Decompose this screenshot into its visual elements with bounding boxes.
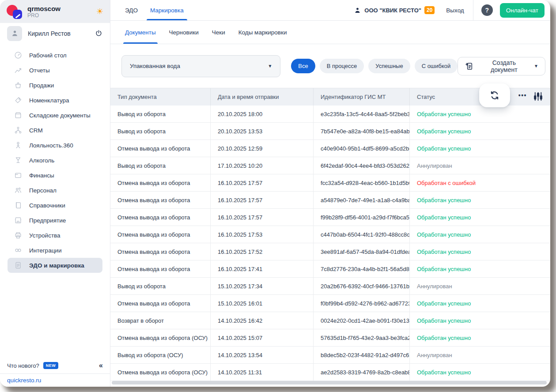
tab-0[interactable]: ЭДО (125, 0, 138, 20)
cell-gis-id: 0024e202-0cd1-42ae-b091-f30e137… (314, 312, 410, 329)
table-row[interactable]: Отмена вывода из оборота (ОСУ)14.10.2025… (110, 329, 550, 347)
sidebar-item-8[interactable]: Финансы (8, 168, 102, 183)
table-row[interactable]: Вывод из оборота17.10.2025 10:206f42edaf… (110, 157, 550, 174)
table-row[interactable]: Отмена вывода из оборота16.10.2025 17:57… (110, 192, 550, 209)
table-row[interactable]: Отмена вывода из оборота16.10.2025 17:53… (110, 226, 550, 243)
filter-chip-0[interactable]: Все (291, 59, 315, 73)
cell-sent-at: 16.10.2025 17:57 (211, 209, 314, 226)
table-row[interactable]: Возврат в оборот14.10.2025 16:420024e202… (110, 312, 550, 329)
cell-status: Обработан успешно (410, 295, 550, 312)
sidebar-item-label: CRM (29, 127, 43, 134)
sidebar-item-label: Складские документы (29, 112, 91, 119)
sidebar-item-10[interactable]: Справочники (8, 198, 102, 213)
cell-doc-type: Отмена вывода из оборота (110, 243, 211, 260)
cell-status: Обработан успешно (410, 192, 550, 208)
cell-gis-id: 3ee891af-6a57-45da-8a94-01dfdea… (314, 243, 410, 260)
crm-icon (14, 126, 23, 135)
sidebar-item-label: Устройства (29, 232, 61, 239)
app-window: qrmoscow PRO ☀ Кирилл Рестов Рабочий сто… (0, 0, 550, 387)
power-icon[interactable] (95, 29, 103, 38)
theme-sun-icon[interactable]: ☀ (96, 7, 103, 16)
table-row[interactable]: Вывод из оборота20.10.2025 13:537b547e0e… (110, 123, 550, 140)
table-row[interactable]: Отмена вывода из оборота16.10.2025 17:52… (110, 243, 550, 260)
sidebar-item-4[interactable]: Складские документы (8, 108, 102, 123)
sidebar-item-12[interactable]: Устройства (8, 228, 102, 243)
cell-gis-id: c447b0ab-6504-4fc1-92f0-488cc8c… (314, 226, 410, 243)
tab-1[interactable]: Маркировка (150, 0, 184, 20)
user-row: Кирилл Рестов (0, 23, 110, 44)
category-dropdown[interactable]: Упакованная вода ▼ (121, 55, 280, 77)
topbar: ЭДОМаркировка ООО "КВИК РЕСТО" 20 Выход … (110, 0, 550, 21)
company-badge: 20 (424, 6, 435, 14)
whats-new-row[interactable]: Что нового? NEW « (0, 358, 110, 373)
cell-gis-id: 7c8d2776-230a-4a4b-b2f1-56a5d89… (314, 260, 410, 277)
subtab-1[interactable]: Черновики (169, 21, 199, 44)
sidebar-item-5[interactable]: CRM (8, 123, 102, 138)
cell-doc-type: Отмена вывода из оборота (110, 226, 211, 243)
sidebar: qrmoscow PRO ☀ Кирилл Рестов Рабочий сто… (0, 0, 110, 387)
sidebar-item-14[interactable]: ЭДО и маркировка (8, 258, 102, 273)
sidebar-item-13[interactable]: Интеграции (8, 243, 102, 258)
brand-name: qrmoscow (27, 5, 61, 12)
more-actions-icon[interactable]: ••• (518, 92, 527, 99)
create-document-label: Создать документ (479, 59, 530, 73)
table-row[interactable]: Отмена вывода из оборота16.10.2025 17:57… (110, 209, 550, 226)
cell-doc-type: Возврат в оборот (110, 312, 211, 329)
sidebar-item-7[interactable]: Алкоголь (8, 153, 102, 168)
cell-doc-type: Вывод из оборота (ОСУ) (110, 347, 211, 363)
main-area: ЭДОМаркировка ООО "КВИК РЕСТО" 20 Выход … (110, 0, 550, 387)
cell-status: Обработан успешно (410, 123, 550, 139)
collapse-sidebar-icon[interactable]: « (99, 362, 103, 369)
chevron-down-icon: ▼ (534, 64, 538, 68)
subtab-0[interactable]: Документы (125, 21, 156, 44)
reference-icon (14, 201, 23, 210)
sidebar-item-11[interactable]: Предприятие (8, 213, 102, 228)
refresh-button[interactable] (479, 83, 510, 107)
cell-sent-at: 15.10.2025 17:34 (211, 278, 314, 294)
table-row[interactable]: Отмена вывода из оборота (ОСУ)14.10.2025… (110, 364, 550, 381)
qrmoscow-logo-icon (7, 4, 23, 19)
refresh-icon (489, 90, 500, 101)
sidebar-item-label: Рабочий стол (29, 52, 67, 59)
logout-button[interactable]: Выход (446, 7, 464, 14)
cell-sent-at: 14.10.2025 11:31 (211, 364, 314, 381)
sidebar-item-label: Справочники (29, 202, 65, 209)
help-button[interactable]: ? (481, 4, 493, 16)
filter-chip-1[interactable]: В процессе (320, 59, 364, 73)
cell-sent-at: 16.10.2025 17:57 (211, 192, 314, 208)
online-chat-button[interactable]: Онлайн-чат (500, 3, 545, 18)
filter-chip-2[interactable]: Успешные (368, 59, 410, 73)
table-row[interactable]: Отмена вывода из оборота15.10.2025 16:01… (110, 295, 550, 312)
topbar-right: ООО "КВИК РЕСТО" 20 Выход ? Онлайн-чат (354, 0, 545, 20)
column-header-1: Дата и время отправки (211, 88, 314, 106)
sidebar-item-6[interactable]: Лояльность.360 (8, 138, 102, 153)
site-link[interactable]: quickresto.ru (7, 377, 41, 384)
cell-gis-id: a54879e0-7de7-49e1-a1a8-c4a9ba… (314, 192, 410, 208)
sidebar-item-1[interactable]: Отчеты (8, 63, 102, 78)
column-settings-icon[interactable] (533, 91, 544, 104)
enterprise-icon (14, 216, 23, 225)
create-document-button[interactable]: Создать документ ▼ (458, 57, 545, 75)
table-row[interactable]: Отмена вывода из оборота16.10.2025 17:41… (110, 260, 550, 278)
sidebar-item-9[interactable]: Персонал (8, 183, 102, 198)
subtab-3[interactable]: Коды маркировки (238, 21, 287, 44)
table-row[interactable]: Вывод из оборота (ОСУ)14.10.2025 13:54b8… (110, 347, 550, 364)
table-row[interactable]: Вывод из оборота20.10.2025 18:00e3c235fa… (110, 106, 550, 123)
table-row[interactable]: Отмена вывода из оборота16.10.2025 17:57… (110, 174, 550, 192)
company-switcher[interactable]: ООО "КВИК РЕСТО" 20 (354, 6, 435, 14)
status-filter-chips: ВсеВ процессеУспешныеС ошибкой (291, 59, 458, 73)
subtab-2[interactable]: Чеки (212, 21, 225, 44)
chevron-down-icon: ▼ (268, 64, 272, 68)
cell-gis-id: 6f42edaf-90c4-4ee4-bfd3-053d262… (314, 157, 410, 174)
cell-sent-at: 16.10.2025 17:57 (211, 174, 314, 191)
cell-gis-id: f0bf99b4-d592-4276-b962-ad67723… (314, 295, 410, 312)
cell-doc-type: Отмена вывода из оборота (110, 192, 211, 208)
dashboard-icon (14, 51, 23, 60)
sidebar-item-0[interactable]: Рабочий стол (8, 48, 102, 63)
horizontal-scrollbar[interactable] (112, 381, 547, 384)
filter-chip-3[interactable]: С ошибкой (415, 59, 458, 73)
table-row[interactable]: Отмена вывода из оборота20.10.2025 12:59… (110, 140, 550, 157)
sidebar-item-3[interactable]: Номенклатура (8, 93, 102, 108)
sidebar-item-2[interactable]: Продажи (8, 78, 102, 93)
table-row[interactable]: Вывод из оборота15.10.2025 17:3420a2b676… (110, 278, 550, 295)
